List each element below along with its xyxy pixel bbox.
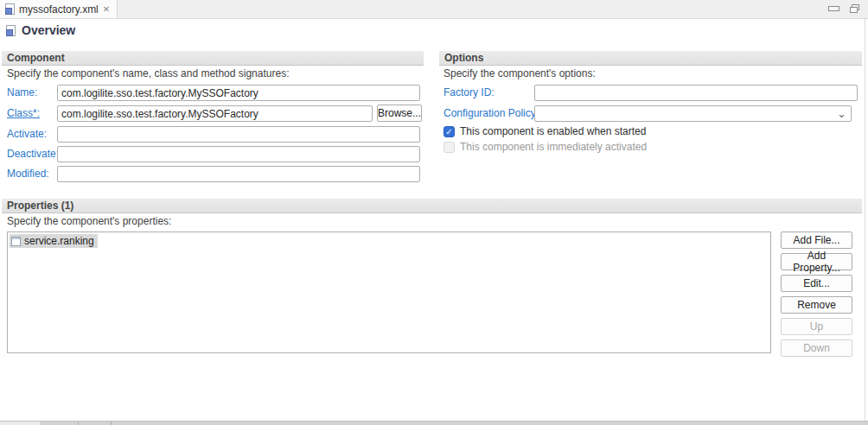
minimize-icon[interactable] bbox=[828, 6, 839, 11]
remove-button[interactable]: Remove bbox=[781, 296, 852, 314]
enabled-checkbox-label: This component is enabled when started bbox=[460, 125, 646, 137]
configuration-policy-label: Configuration Policy: bbox=[444, 105, 539, 122]
immediate-checkbox-row: This component is immediately activated bbox=[444, 141, 647, 153]
page-tab-divider bbox=[111, 422, 112, 425]
deactivate-input[interactable] bbox=[57, 146, 420, 162]
properties-section-header: Properties (1) bbox=[2, 199, 862, 213]
editor-tab-bar: myssofactory.xml ✕ bbox=[0, 0, 868, 19]
class-link-label[interactable]: Class*: bbox=[7, 105, 40, 122]
page-header: Overview bbox=[6, 23, 75, 37]
configuration-policy-select[interactable]: ⌄ bbox=[534, 105, 852, 122]
down-button: Down bbox=[781, 339, 852, 357]
xml-file-icon bbox=[5, 3, 15, 15]
options-section-description: Specify the component's options: bbox=[444, 67, 596, 79]
deactivate-label: Deactivate: bbox=[7, 146, 59, 162]
page-title: Overview bbox=[22, 23, 75, 37]
factory-id-label: Factory ID: bbox=[444, 85, 495, 101]
tab-title: myssofactory.xml bbox=[19, 3, 99, 16]
component-section-header: Component bbox=[2, 51, 424, 66]
restore-icon[interactable] bbox=[850, 4, 859, 13]
page-tab-divider bbox=[78, 422, 79, 425]
up-button: Up bbox=[781, 318, 852, 335]
edit-button[interactable]: Edit... bbox=[781, 275, 852, 292]
browse-button[interactable]: Browse... bbox=[377, 105, 422, 122]
enabled-checkbox[interactable]: ✓ bbox=[444, 126, 455, 137]
activate-input[interactable] bbox=[57, 126, 420, 143]
properties-list[interactable]: service.ranking bbox=[7, 232, 771, 353]
overview-page-icon bbox=[6, 25, 16, 36]
editor-page-tabs-cutoff[interactable] bbox=[0, 421, 868, 425]
tab-myssofactory-xml[interactable]: myssofactory.xml ✕ bbox=[0, 0, 118, 18]
name-label: Name: bbox=[7, 85, 37, 101]
tab-close-icon[interactable]: ✕ bbox=[103, 5, 110, 14]
property-icon bbox=[11, 237, 21, 246]
list-item-service-ranking[interactable]: service.ranking bbox=[10, 234, 98, 248]
name-input[interactable] bbox=[57, 85, 420, 101]
active-page-tab-edge[interactable] bbox=[0, 422, 40, 425]
modified-input[interactable] bbox=[57, 166, 420, 182]
view-controls bbox=[828, 4, 859, 13]
properties-section-description: Specify the component's properties: bbox=[7, 215, 171, 227]
factory-id-input[interactable] bbox=[534, 85, 858, 101]
immediate-checkbox-label: This component is immediately activated bbox=[460, 141, 647, 153]
activate-label: Activate: bbox=[7, 126, 47, 143]
component-section-description: Specify the component's name, class and … bbox=[7, 67, 289, 79]
chevron-down-icon: ⌄ bbox=[837, 107, 846, 120]
modified-label: Modified: bbox=[7, 166, 49, 182]
add-file-button[interactable]: Add File... bbox=[781, 232, 852, 249]
form-right-edge bbox=[865, 18, 865, 421]
add-property-button[interactable]: Add Property... bbox=[781, 253, 852, 270]
immediate-checkbox bbox=[444, 142, 455, 153]
ds-component-editor: myssofactory.xml ✕ Overview Component Sp… bbox=[0, 0, 868, 425]
options-section-header: Options bbox=[439, 51, 862, 66]
enabled-checkbox-row[interactable]: ✓ This component is enabled when started bbox=[444, 125, 646, 137]
class-input[interactable] bbox=[57, 105, 373, 122]
property-name: service.ranking bbox=[24, 235, 94, 247]
